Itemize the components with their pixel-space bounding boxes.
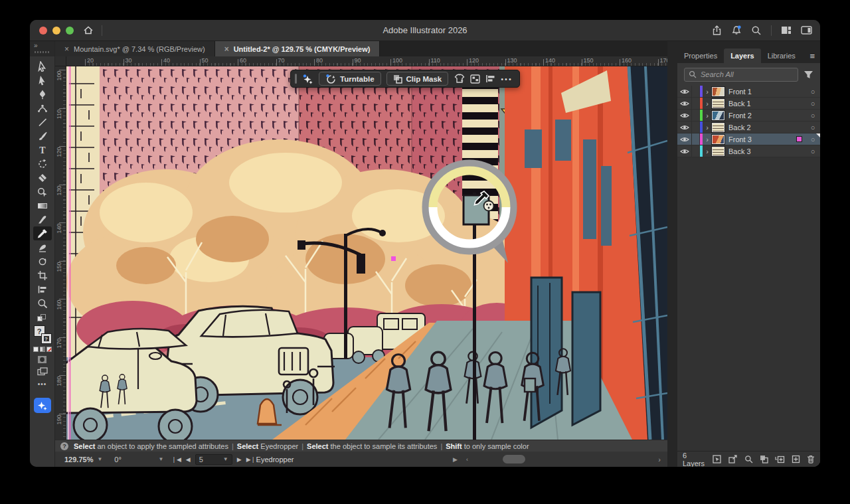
arrange-grid-icon[interactable]	[470, 74, 480, 84]
color-button[interactable]	[33, 347, 39, 352]
lock-toggle-cell[interactable]	[692, 86, 700, 97]
notifications-icon[interactable]	[731, 25, 742, 36]
visibility-eye-icon[interactable]	[677, 122, 692, 133]
panel-tab-layers[interactable]: Layers	[724, 48, 760, 63]
align-tool[interactable]	[33, 282, 52, 296]
fill-stroke-swatches[interactable]: ? ?	[33, 325, 52, 343]
stroke-swatch[interactable]: ?	[42, 334, 51, 343]
zoom-tool[interactable]	[33, 296, 52, 310]
shape-builder-tool[interactable]	[33, 185, 52, 199]
mockup-icon[interactable]	[454, 74, 465, 84]
type-tool[interactable]: T	[33, 143, 52, 157]
clip-mask-button[interactable]: Clip Mask	[386, 72, 449, 86]
layer-thumbnail[interactable]	[712, 135, 724, 144]
layer-thumbnail[interactable]	[712, 123, 724, 132]
layer-row-back-2[interactable]: ›Back 2○	[677, 122, 820, 133]
gradient-tool[interactable]	[33, 199, 52, 212]
panel-tab-properties[interactable]: Properties	[677, 48, 724, 63]
edit-toolbar-more-icon[interactable]: •••	[38, 380, 47, 388]
paintbrush-tool[interactable]	[33, 129, 52, 143]
close-window-button[interactable]	[39, 27, 47, 35]
layer-row-front-1[interactable]: ›Front 1○	[677, 86, 820, 98]
search-layers-icon[interactable]	[744, 455, 753, 463]
swap-fill-stroke-icon[interactable]	[37, 314, 48, 322]
collect-for-export-icon[interactable]	[728, 455, 738, 463]
zoom-window-button[interactable]	[66, 27, 74, 35]
horizontal-scrollbar[interactable]	[468, 454, 647, 464]
line-segment-tool[interactable]	[33, 115, 52, 129]
expand-chevron-icon[interactable]: ›	[703, 100, 712, 108]
make-clip-mask-icon[interactable]	[760, 455, 768, 463]
turntable-button[interactable]: Turntable	[319, 72, 381, 86]
lock-toggle-cell[interactable]	[692, 110, 700, 121]
layer-thumbnail[interactable]	[712, 87, 724, 96]
expand-chevron-icon[interactable]: ›	[703, 112, 712, 120]
layer-row-back-1[interactable]: ›Back 1○	[677, 98, 820, 110]
target-circle-icon[interactable]: ○	[806, 100, 820, 108]
rotate-tool[interactable]	[33, 157, 52, 171]
scroll-right-arrow[interactable]: ›	[658, 456, 661, 463]
gradient-button[interactable]	[40, 347, 45, 352]
visibility-eye-icon[interactable]	[677, 98, 692, 109]
blob-brush-tool[interactable]	[33, 240, 52, 254]
rotate-view-tool[interactable]	[33, 254, 52, 268]
lock-toggle-cell[interactable]	[692, 133, 700, 145]
align-icon[interactable]	[485, 74, 495, 83]
ruler-origin-corner[interactable]	[55, 56, 66, 66]
expand-chevron-icon[interactable]: ›	[703, 124, 712, 131]
panel-toggle-icon[interactable]	[801, 26, 812, 35]
close-icon[interactable]: ×	[224, 44, 229, 54]
layer-thumbnail[interactable]	[712, 99, 724, 108]
target-circle-icon[interactable]: ○	[806, 124, 820, 131]
panel-tab-libraries[interactable]: Libraries	[761, 48, 802, 63]
direct-selection-tool[interactable]	[33, 73, 52, 87]
curvature-tool[interactable]	[33, 101, 52, 115]
screen-mode-icon[interactable]	[37, 367, 48, 376]
selection-tool[interactable]	[33, 59, 52, 73]
layer-name[interactable]: Front 3	[728, 135, 796, 143]
target-circle-icon[interactable]: ○	[806, 88, 820, 96]
layer-name[interactable]: Back 3	[728, 147, 806, 155]
artboard-canvas[interactable]: Turntable Clip Mask	[66, 66, 667, 440]
visibility-eye-icon[interactable]	[677, 86, 692, 97]
new-layer-icon[interactable]	[792, 455, 800, 463]
generative-sparkle-icon[interactable]	[302, 74, 313, 84]
layer-name[interactable]: Front 1	[728, 88, 806, 96]
tab-overflow-chevrons[interactable]: »	[34, 42, 37, 49]
street-illustration[interactable]	[66, 66, 667, 440]
locate-object-icon[interactable]	[713, 455, 722, 463]
layer-name[interactable]: Back 1	[728, 100, 806, 108]
panel-menu-icon[interactable]: ≡	[809, 51, 815, 61]
knife-tool[interactable]	[33, 212, 52, 226]
new-sublayer-icon[interactable]	[775, 455, 785, 463]
layer-row-back-3[interactable]: ›Back 3○	[677, 145, 820, 157]
layers-search-input[interactable]: Search All	[684, 68, 798, 82]
layer-thumbnail[interactable]	[712, 111, 724, 120]
expand-chevron-icon[interactable]: ›	[703, 147, 712, 155]
expand-chevron-icon[interactable]: ›	[703, 135, 712, 143]
none-button[interactable]	[46, 347, 52, 352]
taskbar-drag-handle[interactable]	[295, 74, 297, 84]
search-icon[interactable]	[751, 25, 762, 36]
lock-toggle-cell[interactable]	[692, 98, 700, 109]
eyedropper-tool[interactable]	[33, 226, 52, 240]
layer-thumbnail[interactable]	[712, 147, 724, 156]
pen-tool[interactable]	[33, 87, 52, 101]
layer-row-front-3[interactable]: ›Front 3○	[677, 133, 820, 145]
visibility-eye-icon[interactable]	[677, 133, 692, 145]
expand-chevron-icon[interactable]: ›	[703, 88, 712, 96]
layer-row-front-2[interactable]: ›Front 2○	[677, 110, 820, 122]
visibility-eye-icon[interactable]	[677, 110, 692, 121]
more-options-icon[interactable]: •••	[501, 75, 513, 83]
target-circle-icon[interactable]: ○	[806, 112, 820, 120]
tab-mountain-svg[interactable]: × Mountain.svg* @ 7.34 % (RGB/Preview)	[55, 41, 215, 56]
minimize-window-button[interactable]	[52, 27, 60, 35]
target-circle-icon[interactable]: ○	[806, 147, 820, 155]
scrollbar-thumb[interactable]	[503, 455, 525, 463]
tab-untitled-2[interactable]: × Untitled-2* @ 129.75 % (CMYK/Preview)	[215, 41, 381, 56]
home-icon[interactable]	[83, 25, 94, 35]
target-circle-icon[interactable]: ○	[806, 135, 820, 143]
toolbar-grip[interactable]	[35, 51, 49, 53]
close-icon[interactable]: ×	[64, 44, 69, 54]
help-icon[interactable]: ?	[60, 442, 68, 450]
